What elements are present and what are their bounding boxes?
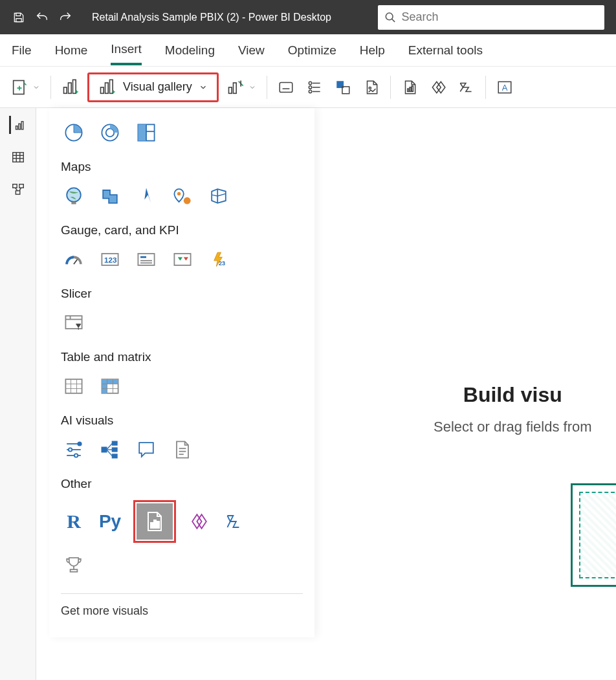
new-page-button[interactable] bbox=[6, 73, 44, 102]
svg-rect-31 bbox=[12, 153, 23, 162]
chevron-down-icon bbox=[32, 83, 40, 91]
new-visual-button[interactable] bbox=[58, 73, 83, 102]
treemap-icon[interactable] bbox=[133, 120, 159, 146]
multi-row-card-icon[interactable] bbox=[133, 247, 159, 272]
card-icon[interactable]: 123 bbox=[97, 247, 123, 272]
key-influencers-icon[interactable] bbox=[61, 437, 87, 463]
svg-point-14 bbox=[309, 82, 311, 84]
undo-icon[interactable] bbox=[35, 10, 49, 25]
power-automate-button[interactable] bbox=[454, 73, 479, 102]
svg-point-16 bbox=[309, 85, 311, 88]
filled-map-icon[interactable] bbox=[97, 183, 123, 209]
svg-rect-11 bbox=[228, 87, 232, 93]
r-visual-icon[interactable]: R bbox=[61, 509, 87, 534]
dropzone-inner bbox=[579, 492, 616, 578]
paginated-report-icon[interactable] bbox=[137, 503, 173, 540]
section-title-other: Other bbox=[61, 477, 303, 491]
azure-map-icon[interactable] bbox=[170, 183, 195, 209]
slicer-icon[interactable] bbox=[61, 310, 87, 336]
section-title-maps: Maps bbox=[61, 160, 303, 174]
search-icon bbox=[384, 11, 396, 24]
python-visual-icon[interactable]: Py bbox=[97, 509, 123, 534]
svg-point-76 bbox=[78, 442, 81, 445]
donut-chart-icon[interactable] bbox=[97, 120, 123, 146]
more-visuals-button[interactable] bbox=[223, 73, 260, 102]
svg-rect-95 bbox=[154, 520, 156, 528]
map-globe-icon[interactable] bbox=[61, 183, 87, 209]
power-apps-visual-icon[interactable] bbox=[186, 509, 212, 534]
pie-chart-icon[interactable] bbox=[61, 120, 87, 146]
menu-insert[interactable]: Insert bbox=[111, 36, 142, 65]
text-box-button[interactable] bbox=[274, 73, 298, 102]
menu-external-tools[interactable]: External tools bbox=[408, 37, 483, 64]
svg-rect-6 bbox=[69, 83, 72, 93]
build-title: Build visu bbox=[434, 383, 592, 407]
card-new-icon[interactable]: 23 bbox=[206, 247, 232, 272]
get-more-visuals[interactable]: Get more visuals bbox=[61, 604, 303, 618]
menu-home[interactable]: Home bbox=[55, 37, 88, 64]
chevron-down-icon bbox=[248, 83, 256, 91]
table-view-icon[interactable] bbox=[9, 148, 27, 166]
qa-icon[interactable] bbox=[133, 437, 159, 463]
gauge-icon[interactable] bbox=[61, 247, 87, 272]
save-icon[interactable] bbox=[12, 10, 26, 25]
svg-line-3 bbox=[392, 19, 395, 22]
menu-help[interactable]: Help bbox=[360, 37, 385, 64]
table-icon[interactable] bbox=[61, 373, 87, 399]
svg-rect-59 bbox=[174, 254, 190, 265]
svg-point-51 bbox=[184, 197, 191, 204]
text-box-2-button[interactable]: A bbox=[492, 73, 517, 102]
report-view-icon[interactable] bbox=[9, 116, 27, 134]
svg-text:123: 123 bbox=[104, 256, 117, 264]
window-title: Retail Analysis Sample PBIX (2) - Power … bbox=[92, 12, 369, 23]
svg-point-48 bbox=[67, 188, 81, 202]
power-apps-button[interactable] bbox=[426, 73, 450, 102]
menu-file[interactable]: File bbox=[12, 37, 32, 64]
svg-point-22 bbox=[369, 87, 371, 89]
svg-rect-61 bbox=[65, 316, 82, 329]
svg-rect-37 bbox=[19, 184, 23, 188]
menu-optimize[interactable]: Optimize bbox=[288, 37, 336, 64]
narrative-icon[interactable] bbox=[170, 437, 195, 463]
svg-point-43 bbox=[106, 129, 115, 137]
gallery-section-other: Other R Py bbox=[61, 477, 303, 578]
separator bbox=[267, 76, 267, 99]
section-title-table: Table and matrix bbox=[61, 350, 303, 364]
svg-text:23: 23 bbox=[219, 260, 225, 267]
model-view-icon[interactable] bbox=[9, 181, 27, 199]
shape-map-icon[interactable] bbox=[206, 183, 232, 209]
search-input[interactable] bbox=[401, 10, 598, 24]
svg-rect-23 bbox=[407, 89, 408, 91]
trophy-icon[interactable] bbox=[61, 552, 87, 578]
visual-gallery-label: Visual gallery bbox=[123, 80, 192, 94]
menu-modeling[interactable]: Modeling bbox=[165, 37, 215, 64]
gallery-section-top bbox=[61, 120, 303, 146]
decomposition-tree-icon[interactable] bbox=[97, 437, 123, 463]
menu-view[interactable]: View bbox=[238, 37, 265, 64]
redo-icon[interactable] bbox=[58, 10, 72, 25]
gallery-section-gauge: Gauge, card, and KPI 123 23 bbox=[61, 223, 303, 272]
svg-line-90 bbox=[107, 450, 113, 456]
separator bbox=[50, 76, 51, 99]
svg-rect-24 bbox=[410, 87, 411, 92]
buttons-button[interactable] bbox=[302, 73, 327, 102]
kpi-icon[interactable] bbox=[170, 247, 195, 272]
visual-gallery-button[interactable]: Visual gallery bbox=[87, 72, 219, 102]
sparkline-button[interactable] bbox=[397, 73, 422, 102]
search-box[interactable] bbox=[378, 5, 604, 30]
build-subtitle: Select or drag fields from bbox=[434, 419, 592, 435]
svg-rect-84 bbox=[102, 447, 106, 452]
shapes-button[interactable] bbox=[331, 73, 355, 102]
matrix-icon[interactable] bbox=[97, 373, 123, 399]
menu-bar: File Home Insert Modeling View Optimize … bbox=[0, 34, 616, 67]
svg-rect-94 bbox=[151, 523, 153, 528]
svg-rect-71 bbox=[102, 379, 107, 393]
arcgis-map-icon[interactable] bbox=[133, 183, 159, 209]
svg-line-52 bbox=[74, 259, 77, 264]
ribbon: Visual gallery A bbox=[0, 67, 616, 108]
image-button[interactable] bbox=[359, 73, 384, 102]
visual-gallery-panel: Maps Gauge, card, and KPI 123 23 Slicer … bbox=[49, 108, 314, 637]
power-automate-visual-icon[interactable] bbox=[223, 509, 248, 534]
svg-point-18 bbox=[309, 90, 311, 93]
dropzone[interactable] bbox=[571, 483, 616, 587]
